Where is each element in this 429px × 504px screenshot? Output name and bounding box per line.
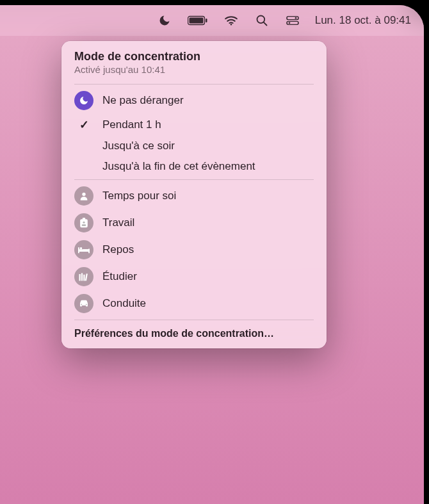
svg-rect-16 bbox=[78, 247, 79, 253]
svg-point-3 bbox=[230, 24, 231, 25]
svg-rect-22 bbox=[85, 273, 88, 280]
svg-rect-1 bbox=[189, 18, 203, 24]
person-icon bbox=[74, 186, 93, 206]
books-icon bbox=[74, 267, 93, 286]
focus-mode-study[interactable]: Étudier bbox=[61, 263, 327, 290]
focus-dropdown: Mode de concentration Activé jusqu'au 10… bbox=[61, 41, 327, 348]
svg-point-13 bbox=[83, 222, 85, 224]
dropdown-subtitle: Activé jusqu'au 10:41 bbox=[74, 64, 314, 75]
spotlight-icon[interactable] bbox=[254, 12, 270, 29]
menubar: Lun. 18 oct. à 09:41 bbox=[0, 5, 424, 36]
menubar-datetime[interactable]: Lun. 18 oct. à 09:41 bbox=[315, 14, 411, 27]
duration-option-1h[interactable]: ✓ Pendant 1 h bbox=[61, 114, 327, 136]
focus-mode-personal[interactable]: Temps pour soi bbox=[61, 183, 327, 209]
svg-point-18 bbox=[80, 247, 82, 249]
focus-menubar-icon[interactable] bbox=[156, 12, 173, 29]
separator bbox=[74, 179, 314, 180]
mode-label: Conduite bbox=[102, 297, 146, 310]
svg-point-9 bbox=[288, 22, 290, 24]
battery-icon[interactable] bbox=[187, 12, 209, 29]
svg-rect-2 bbox=[206, 19, 207, 22]
focus-mode-dnd[interactable]: Ne pas déranger bbox=[61, 87, 327, 114]
svg-rect-19 bbox=[79, 274, 81, 281]
checkmark-icon: ✓ bbox=[74, 118, 93, 132]
dropdown-title: Mode de concentration bbox=[74, 50, 314, 63]
svg-rect-8 bbox=[287, 21, 298, 24]
bed-icon bbox=[74, 240, 93, 259]
svg-point-23 bbox=[81, 304, 82, 305]
duration-option-evening[interactable]: Jusqu'à ce soir bbox=[61, 136, 327, 156]
svg-point-24 bbox=[86, 304, 87, 305]
duration-option-event-end[interactable]: Jusqu'à la fin de cet évènement bbox=[61, 156, 327, 177]
svg-rect-20 bbox=[81, 273, 83, 280]
duration-label: Pendant 1 h bbox=[102, 118, 161, 131]
separator bbox=[74, 320, 314, 320]
wifi-icon[interactable] bbox=[223, 12, 239, 29]
moon-icon bbox=[74, 91, 93, 110]
svg-point-10 bbox=[82, 193, 85, 196]
car-icon bbox=[74, 294, 93, 313]
focus-mode-driving[interactable]: Conduite bbox=[61, 290, 327, 317]
separator bbox=[74, 84, 314, 85]
focus-mode-work[interactable]: Travail bbox=[61, 209, 327, 236]
duration-label: Jusqu'à la fin de cet évènement bbox=[102, 160, 255, 173]
control-center-icon[interactable] bbox=[284, 12, 301, 29]
mode-label: Travail bbox=[102, 216, 134, 229]
svg-line-5 bbox=[264, 22, 267, 26]
svg-point-7 bbox=[295, 17, 296, 19]
svg-rect-6 bbox=[287, 17, 298, 20]
svg-rect-21 bbox=[83, 274, 85, 280]
mode-label: Repos bbox=[102, 243, 134, 256]
svg-rect-12 bbox=[83, 218, 85, 220]
dnd-label: Ne pas déranger bbox=[102, 94, 184, 107]
focus-preferences-link[interactable]: Préférences du mode de concentration… bbox=[61, 323, 327, 342]
focus-mode-sleep[interactable]: Repos bbox=[61, 236, 327, 263]
badge-icon bbox=[74, 213, 93, 232]
duration-label: Jusqu'à ce soir bbox=[102, 140, 175, 152]
mode-label: Temps pour soi bbox=[102, 190, 176, 202]
svg-rect-14 bbox=[82, 224, 86, 226]
mode-label: Étudier bbox=[102, 270, 137, 283]
